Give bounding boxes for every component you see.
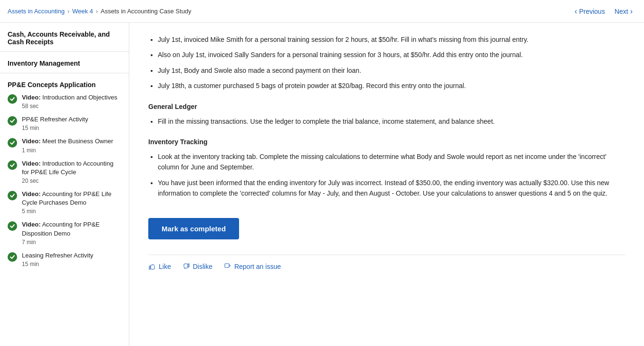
breadcrumb-link-1[interactable]: Assets in Accounting bbox=[8, 8, 65, 15]
dislike-button[interactable]: Dislike bbox=[183, 263, 212, 270]
sidebar-section-2-title: Inventory Management bbox=[0, 56, 129, 69]
bullet-item-inv-0: Look at the inventory tracking tab. Comp… bbox=[158, 151, 625, 173]
breadcrumb-sep-2: › bbox=[96, 8, 98, 15]
breadcrumb-bar: Assets in Accounting › Week 4 › Assets i… bbox=[0, 0, 644, 23]
check-icon-5 bbox=[8, 221, 17, 231]
bullet-item-gl-0: Fill in the missing transactions. Use th… bbox=[158, 116, 625, 127]
sidebar-item-meta-2: 1 min bbox=[22, 147, 113, 154]
sidebar-item-label-1: PP&E Refresher Activity bbox=[22, 115, 88, 124]
sidebar-item-content-0: Video: Introduction and Objectives 58 se… bbox=[22, 93, 117, 109]
sidebar-item-meta-5: 7 min bbox=[22, 239, 121, 246]
breadcrumb-link-2[interactable]: Week 4 bbox=[72, 8, 93, 15]
breadcrumb-current: Assets in Accounting Case Study bbox=[101, 8, 192, 15]
check-icon-4 bbox=[8, 191, 17, 200]
sidebar-divider-1 bbox=[0, 51, 129, 52]
sidebar-item-label-0: Video: Introduction and Objectives bbox=[22, 93, 117, 102]
breadcrumb: Assets in Accounting › Week 4 › Assets i… bbox=[8, 8, 192, 15]
sidebar-divider-2 bbox=[0, 73, 129, 73]
main-layout: Cash, Accounts Receivable, and Cash Rece… bbox=[0, 23, 644, 346]
check-icon-6 bbox=[8, 252, 17, 262]
next-label: Next bbox=[615, 8, 628, 15]
bullet-item-2: July 1st, Body and Swole also made a sec… bbox=[158, 65, 625, 76]
section-general-ledger: General Ledger bbox=[148, 103, 625, 110]
sidebar-item-label-4: Video: Accounting for PP&E Life Cycle Pu… bbox=[22, 190, 121, 207]
sidebar-item-content-3: Video: Introduction to Accounting for PP… bbox=[22, 159, 121, 184]
sidebar-item-bold-5: Video: bbox=[22, 221, 41, 228]
sidebar-item-3[interactable]: Video: Introduction to Accounting for PP… bbox=[0, 157, 129, 187]
bullet-list-gl: Fill in the missing transactions. Use th… bbox=[148, 116, 625, 127]
report-label: Report an issue bbox=[234, 263, 281, 270]
section-inventory-tracking: Inventory Tracking bbox=[148, 138, 625, 146]
next-arrow-icon: › bbox=[630, 7, 633, 16]
sidebar-item-2[interactable]: Video: Meet the Business Owner 1 min bbox=[0, 134, 129, 156]
sidebar-section-1-title: Cash, Accounts Receivable, and Cash Rece… bbox=[0, 29, 129, 48]
feedback-bar: Like Dislike Report an issue bbox=[148, 255, 625, 270]
sidebar-item-bold-2: Video: bbox=[22, 138, 41, 145]
bullet-item-1: Also on July 1st, invoiced Sally Sanders… bbox=[158, 49, 625, 60]
check-icon-2 bbox=[8, 138, 17, 148]
like-label: Like bbox=[159, 263, 171, 270]
sidebar-item-label-2: Video: Meet the Business Owner bbox=[22, 137, 113, 146]
check-icon-3 bbox=[8, 160, 17, 170]
sidebar-item-0[interactable]: Video: Introduction and Objectives 58 se… bbox=[0, 90, 129, 112]
sidebar-item-5[interactable]: Video: Accounting for PP&E Disposition D… bbox=[0, 217, 129, 248]
sidebar-item-label-6: Leasing Refresher Activity bbox=[22, 251, 93, 260]
bullet-item-0: July 1st, invoiced Mike Smith for a pers… bbox=[158, 34, 625, 45]
dislike-icon bbox=[183, 263, 190, 270]
previous-label: Previous bbox=[579, 8, 605, 15]
bullet-list-top: July 1st, invoiced Mike Smith for a pers… bbox=[148, 34, 625, 91]
bullet-list-inv: Look at the inventory tracking tab. Comp… bbox=[148, 151, 625, 199]
sidebar-item-bold-3: Video: bbox=[22, 160, 41, 167]
sidebar-item-meta-3: 20 sec bbox=[22, 178, 121, 184]
next-button[interactable]: Next › bbox=[611, 5, 636, 18]
bullet-item-inv-1: You have just been informed that the end… bbox=[158, 178, 625, 199]
sidebar-item-meta-4: 5 min bbox=[22, 208, 121, 215]
sidebar-item-1[interactable]: PP&E Refresher Activity 15 min bbox=[0, 112, 129, 134]
mark-completed-button[interactable]: Mark as completed bbox=[148, 218, 239, 239]
report-icon bbox=[224, 263, 231, 270]
sidebar-item-content-4: Video: Accounting for PP&E Life Cycle Pu… bbox=[22, 190, 121, 215]
sidebar-item-meta-1: 15 min bbox=[22, 125, 88, 131]
sidebar-section-3-title: PP&E Concepts Application bbox=[0, 77, 129, 90]
sidebar-item-4[interactable]: Video: Accounting for PP&E Life Cycle Pu… bbox=[0, 187, 129, 217]
report-button[interactable]: Report an issue bbox=[224, 263, 281, 270]
sidebar-item-meta-6: 15 min bbox=[22, 261, 93, 267]
sidebar-item-content-5: Video: Accounting for PP&E Disposition D… bbox=[22, 220, 121, 245]
sidebar-item-6[interactable]: Leasing Refresher Activity 15 min bbox=[0, 248, 129, 270]
breadcrumb-sep-1: › bbox=[67, 8, 69, 15]
sidebar-item-content-2: Video: Meet the Business Owner 1 min bbox=[22, 137, 113, 153]
like-button[interactable]: Like bbox=[148, 263, 171, 270]
breadcrumb-nav: ‹ Previous Next › bbox=[571, 5, 636, 18]
svg-rect-0 bbox=[225, 264, 229, 267]
sidebar-item-meta-0: 58 sec bbox=[22, 103, 117, 109]
sidebar-item-content-6: Leasing Refresher Activity 15 min bbox=[22, 251, 93, 267]
dislike-label: Dislike bbox=[193, 263, 212, 270]
check-icon-1 bbox=[8, 116, 17, 126]
sidebar-item-bold-0: Video: bbox=[22, 94, 41, 101]
sidebar-item-label-5: Video: Accounting for PP&E Disposition D… bbox=[22, 220, 121, 237]
like-icon bbox=[148, 263, 156, 270]
previous-button[interactable]: ‹ Previous bbox=[571, 5, 609, 18]
content-area: July 1st, invoiced Mike Smith for a pers… bbox=[129, 23, 644, 346]
sidebar-item-content-1: PP&E Refresher Activity 15 min bbox=[22, 115, 88, 131]
sidebar-item-bold-4: Video: bbox=[22, 190, 41, 198]
sidebar-item-label-3: Video: Introduction to Accounting for PP… bbox=[22, 159, 121, 177]
sidebar: Cash, Accounts Receivable, and Cash Rece… bbox=[0, 23, 129, 346]
prev-arrow-icon: ‹ bbox=[575, 7, 577, 16]
check-icon-0 bbox=[8, 94, 17, 104]
bullet-item-3: July 18th, a customer purchased 5 bags o… bbox=[158, 80, 625, 91]
